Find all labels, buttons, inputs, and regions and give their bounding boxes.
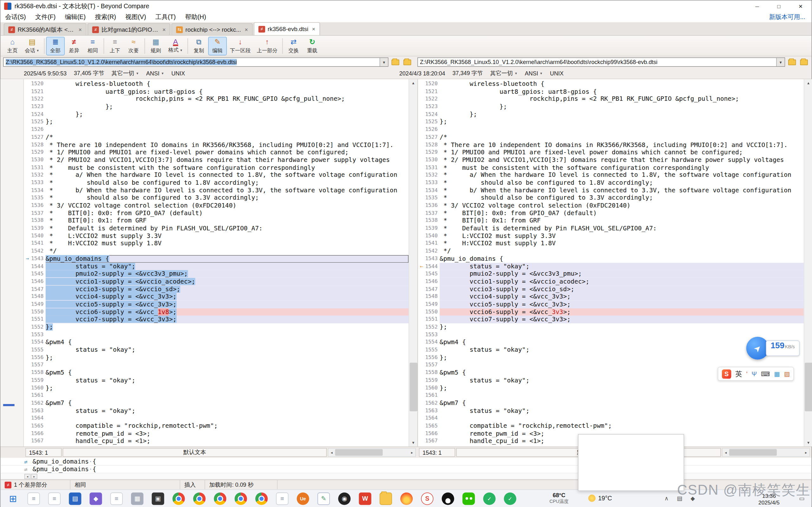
left-path-dropdown-icon[interactable] [380, 58, 388, 66]
code-line[interactable]: →1543&pmu_io_domains { [24, 255, 409, 263]
sogou-logo-icon[interactable] [722, 369, 731, 378]
scroll-up-icon[interactable] [804, 79, 812, 87]
toolbar-button-format[interactable]: A格式▼ [165, 37, 186, 55]
code-line[interactable]: 1537 * BIT[0]: 0x0: from GPIO_0A7 (defau… [418, 210, 804, 217]
toolbar-button-next-section[interactable]: ↓下一区段 [227, 37, 254, 55]
code-line[interactable]: 1534 * b/ When the hardware IO level is … [24, 187, 409, 194]
left-browse-folder-icon[interactable] [390, 57, 400, 66]
taskbar-app-gray[interactable]: ▦ [131, 493, 143, 505]
code-line[interactable]: 1522 rockchip,pins = <2 RK_PB1 RK_FUNC_G… [24, 95, 409, 103]
tab-close-icon[interactable]: × [78, 26, 82, 33]
code-line[interactable]: 1559 status = "okay"; [24, 377, 409, 384]
code-line[interactable]: 1551 vccio7-supply = <&vcc_3v3>; [24, 316, 409, 323]
minimize-button[interactable]: ─ [746, 1, 768, 12]
taskbar-app-docs-1[interactable]: ≡ [28, 493, 40, 505]
toolbar-button-diffs[interactable]: ≠差异 [65, 37, 84, 55]
menu-item-edit[interactable]: 编辑(E) [60, 12, 90, 22]
detail-horizontal-scrollbar[interactable] [1, 473, 812, 480]
green-app-1[interactable]: ✓ [483, 493, 496, 505]
scroll-left-icon[interactable] [722, 451, 729, 454]
code-line[interactable]: 1535 * should also be configured to 3.3V… [418, 194, 804, 202]
code-line[interactable]: 1555 status = "okay"; [418, 346, 804, 354]
maximize-button[interactable]: □ [768, 1, 790, 12]
code-line[interactable]: 1563 status = "okay"; [24, 407, 409, 414]
tray-expand-icon[interactable]: ∧ [664, 495, 669, 502]
ultraedit[interactable]: Ue [297, 493, 309, 505]
scroll-left-icon[interactable] [328, 451, 335, 454]
right-open-folder-icon[interactable] [799, 57, 809, 66]
code-line[interactable]: 1531 * must be consistent with the softw… [24, 164, 409, 171]
toolbar-button-minor[interactable]: ≈次要 [124, 37, 143, 55]
code-line[interactable]: ←1544 status = "okay"; [418, 263, 804, 270]
taskbar-app-blue[interactable]: ▤ [69, 493, 81, 505]
code-line[interactable]: 1547 vccio3-supply = <&vccio_sd>; [418, 285, 804, 293]
code-line[interactable]: 1553 [418, 331, 804, 338]
file-explorer[interactable] [380, 493, 392, 505]
code-line[interactable]: 1565 compatible = "rockchip,remotectl-pw… [418, 422, 804, 430]
scroll-right-icon[interactable] [409, 451, 415, 454]
code-line[interactable]: 1537 * BIT[0]: 0x0: from GPIO_0A7 (defau… [24, 210, 409, 217]
code-line[interactable]: 1545 pmuio2-supply = <&vcc3v3_pmu>; [418, 270, 804, 278]
weather-widget[interactable]: 19°C [589, 495, 612, 502]
menu-item-search[interactable]: 搜索(R) [90, 12, 121, 22]
code-line[interactable]: 1567 handle_cpu_id = <1>; [24, 437, 409, 445]
code-line[interactable]: 1525}; [418, 118, 804, 126]
toolbar-button-reload[interactable]: ↻重载 [303, 37, 322, 55]
code-line[interactable]: 1538 * BIT[0]: 0x1: from GRF [418, 217, 804, 225]
code-line[interactable]: 1528 * There are 10 independent IO domai… [418, 141, 804, 149]
toolbar-button-sessions[interactable]: ▤会话▼ [22, 37, 43, 55]
update-notice-link[interactable]: 新版本可用... [769, 13, 811, 21]
code-line[interactable]: 1550 vccio6-supply = <&vcc_1v8>; [24, 308, 409, 316]
scroll-up-icon[interactable] [409, 79, 417, 87]
ime-language-indicator[interactable]: 英 [735, 369, 742, 378]
toolbar-button-all[interactable]: ≣全部 [46, 37, 65, 55]
right-path-dropdown-icon[interactable] [776, 58, 784, 66]
right-hscrollbar-thumb[interactable] [729, 449, 777, 456]
left-scrollbar-thumb[interactable] [409, 362, 417, 411]
taskbar-app-docs-4[interactable]: ≡ [276, 493, 288, 505]
code-line[interactable]: 1546 vccio1-supply = <&vccio_acodec>; [418, 278, 804, 285]
code-line[interactable]: 1545 pmuio2-supply = <&vcc3v3_pmu>; [24, 270, 409, 278]
code-line[interactable]: 1565 compatible = "rockchip,remotectl-pw… [24, 422, 409, 430]
toolbar-button-same[interactable]: =相同 [84, 37, 102, 55]
code-line[interactable]: 1533 * should also be configured to 1.8V… [24, 179, 409, 187]
toolbar-button-prev-section[interactable]: ↑上一部分 [254, 37, 281, 55]
code-line[interactable]: 1520 wireless-bluetooth { [418, 80, 804, 88]
taskbar-app-purple[interactable]: ◆ [90, 493, 102, 505]
taskbar-app-dark[interactable]: ▣ [152, 493, 164, 505]
code-line[interactable]: 1539 * Default is determined by Pin FLAS… [418, 225, 804, 232]
code-line[interactable]: 1529 * 1/ PMUIO0 and PMUIO1 are fixed-le… [418, 149, 804, 156]
chrome-profile-5[interactable] [255, 493, 268, 505]
scroll-right-icon[interactable] [31, 474, 38, 479]
menu-item-file[interactable]: 文件(F) [31, 12, 60, 22]
chrome-profile-4[interactable] [235, 493, 247, 505]
code-line[interactable]: 1550 vccio6-supply = <&vcc_3v3>; [418, 308, 804, 316]
toolbar-button-copy[interactable]: ⧉复制 [189, 37, 208, 55]
tab-gmac1-gpio[interactable]: ≠比对gmac1的GPIO口...× [88, 23, 170, 35]
code-line[interactable]: 1552}; [24, 323, 409, 331]
code-line[interactable]: 1530 * 2/ PMUIO2 and VCCIO1,VCCIO[3:7] d… [418, 156, 804, 164]
code-line[interactable]: 1538 * BIT[0]: 0x1: from GRF [24, 217, 409, 225]
code-line[interactable]: 1530 * 2/ PMUIO2 and VCCIO1,VCCIO[3:7] d… [24, 156, 409, 164]
toolbar-button-home[interactable]: ⌂主页 [3, 37, 22, 55]
code-line[interactable]: 1557 [24, 361, 409, 369]
code-line[interactable]: 1553 [24, 331, 409, 338]
code-line[interactable]: 1566 remote_pwm_id = <3>; [24, 430, 409, 437]
ime-toolbar[interactable]: 英 'Ψ⌨▦▨ [718, 367, 794, 381]
right-format-dropdown[interactable]: 其它一切 [490, 69, 517, 77]
code-line[interactable]: 1521 uart8_gpios: uart8-gpios { [24, 88, 409, 95]
overview-strip[interactable] [1, 79, 24, 447]
code-line[interactable]: 1554&pwm4 { [24, 338, 409, 346]
toolbar-button-swap[interactable]: ⇄交换 [284, 37, 303, 55]
code-line[interactable]: 1549 vccio5-supply = <&vcc_3v3>; [418, 300, 804, 308]
speed-ball-widget[interactable]: 159 KB/s [746, 337, 800, 360]
code-line[interactable]: 1556}; [418, 354, 804, 361]
code-line[interactable]: 1521 uart8_gpios: uart8-gpios { [418, 88, 804, 95]
menu-item-tools[interactable]: 工具(T) [151, 12, 181, 22]
code-line[interactable]: 1541 * H:VCCIO2 must supply 1.8V [24, 240, 409, 247]
left-path-combobox[interactable]: Z:\RK3566_RK3568_Linux5.10_V1.2.0\kernel… [3, 57, 389, 66]
toolbar-button-edit[interactable]: ✎编辑 [208, 37, 227, 55]
left-vertical-scrollbar[interactable] [409, 79, 417, 447]
tab-rk3566-ai[interactable]: ≠RK3566的AI版本 <--...× [3, 23, 86, 35]
code-line[interactable]: 1528 * There are 10 independent IO domai… [24, 141, 409, 149]
